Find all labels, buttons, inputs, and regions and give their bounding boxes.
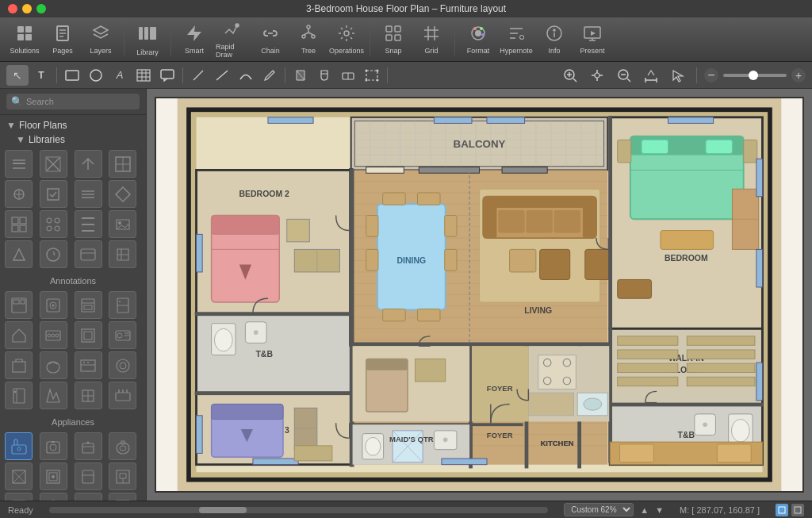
eraser-tool[interactable] [337, 65, 359, 86]
tree-button[interactable]: Tree [290, 21, 327, 58]
lib-item[interactable] [40, 382, 67, 409]
pencil-tool[interactable] [259, 65, 281, 86]
table-tool[interactable] [132, 65, 155, 86]
layers-button[interactable]: Layers [82, 21, 119, 58]
tree-floor-plans[interactable]: ▼ Floor Plans [0, 118, 146, 132]
solutions-button[interactable]: Solutions [6, 21, 43, 58]
smart-button[interactable]: Smart [176, 21, 213, 58]
lib-item[interactable] [75, 210, 102, 238]
lib-item[interactable] [5, 351, 33, 379]
measure-tool[interactable] [640, 65, 662, 86]
text-tool[interactable]: T [30, 65, 52, 86]
lib-item[interactable] [109, 382, 136, 409]
lib-item[interactable] [5, 180, 33, 208]
horizontal-scrollbar[interactable] [49, 507, 549, 513]
lib-item[interactable] [75, 321, 102, 349]
svg-rect-260 [366, 249, 378, 271]
text-format-tool[interactable]: A [109, 65, 131, 86]
lib-item[interactable] [40, 210, 67, 238]
library-button[interactable]: Library [129, 21, 166, 58]
lib-item[interactable] [40, 150, 67, 178]
lib-item[interactable] [75, 493, 102, 501]
svg-rect-289 [618, 140, 631, 163]
lib-item[interactable] [5, 321, 33, 349]
lib-item[interactable] [5, 291, 33, 319]
bucket-tool[interactable] [313, 65, 335, 86]
lib-item[interactable] [75, 240, 102, 268]
operations-button[interactable]: Operations [328, 21, 365, 58]
lib-item[interactable] [5, 240, 33, 268]
lib-item[interactable] [109, 462, 136, 490]
window-controls[interactable] [8, 4, 46, 13]
zoom-slider[interactable] [723, 74, 787, 77]
grid-button[interactable]: Grid [413, 21, 450, 58]
lib-item[interactable] [5, 432, 33, 460]
lib-item[interactable] [109, 493, 136, 501]
lib-item[interactable] [40, 180, 67, 208]
lib-item[interactable] [5, 150, 33, 178]
lib-item[interactable] [109, 150, 136, 178]
arrow-down-icon[interactable]: ▼ [655, 505, 664, 515]
pointer-tool[interactable] [667, 65, 689, 86]
lib-item[interactable] [40, 321, 67, 349]
lib-item[interactable] [5, 382, 33, 409]
lib-item[interactable] [40, 493, 67, 501]
select-tool[interactable]: ↖ [6, 65, 29, 86]
present-button[interactable]: Present [574, 21, 611, 58]
info-button[interactable]: Info [536, 21, 573, 58]
lib-item[interactable] [40, 432, 67, 460]
pan-tool[interactable] [586, 65, 608, 86]
circle-tool[interactable] [85, 65, 107, 86]
page-icon-2[interactable] [791, 504, 804, 516]
comment-tool[interactable] [156, 65, 178, 86]
lib-item[interactable] [109, 291, 136, 319]
lib-item[interactable] [75, 432, 102, 460]
lib-item[interactable] [75, 382, 102, 409]
pages-button[interactable]: Pages [44, 21, 81, 58]
lib-item[interactable] [40, 291, 67, 319]
zoom-selector[interactable]: Custom 62% 25% 50% 75% 100% [564, 503, 634, 516]
arrow-up-icon[interactable]: ▲ [640, 505, 649, 515]
zoom-in-button[interactable] [559, 65, 581, 86]
lib-item[interactable] [109, 180, 136, 208]
lib-item[interactable] [109, 321, 136, 349]
rectangle-tool[interactable] [61, 65, 83, 86]
snap-button[interactable]: Snap [375, 21, 412, 58]
zoom-minus-btn[interactable]: − [704, 68, 718, 82]
lib-item[interactable] [5, 493, 33, 501]
rapid-draw-button[interactable]: Rapid Draw [214, 21, 251, 58]
transform-tool[interactable] [361, 65, 383, 86]
svg-rect-132 [117, 359, 129, 372]
page-icon-1[interactable] [776, 504, 788, 516]
zoom-plus-btn[interactable]: + [791, 68, 806, 82]
lib-item[interactable] [5, 210, 33, 238]
format-button[interactable]: Format [460, 21, 496, 58]
hypernote-button[interactable]: Hypernote [498, 21, 534, 58]
search-wrapper[interactable]: 🔍 [6, 94, 140, 109]
close-button[interactable] [8, 4, 17, 13]
minimize-button[interactable] [22, 4, 32, 13]
lib-item[interactable] [75, 462, 102, 490]
lib-item[interactable] [75, 351, 102, 379]
lib-item[interactable] [109, 210, 136, 238]
pen-tool[interactable] [187, 65, 209, 86]
line-tool[interactable] [211, 65, 233, 86]
fill-tool[interactable] [289, 65, 312, 86]
lib-item[interactable] [5, 462, 33, 490]
search-input[interactable] [26, 97, 135, 106]
lib-item[interactable] [75, 291, 102, 319]
lib-item[interactable] [109, 432, 136, 460]
lib-item[interactable] [75, 150, 102, 178]
chain-button[interactable]: Chain [252, 21, 289, 58]
lib-item[interactable] [40, 462, 67, 490]
maximize-button[interactable] [36, 4, 46, 13]
lib-item[interactable] [109, 351, 136, 379]
zoom-out-button[interactable] [613, 65, 635, 86]
lib-item[interactable] [40, 240, 67, 268]
lib-item[interactable] [40, 351, 67, 379]
lib-item[interactable] [75, 180, 102, 208]
tree-libraries[interactable]: ▼ Libraries [0, 132, 146, 147]
curve-tool[interactable] [235, 65, 257, 86]
lib-item[interactable] [109, 240, 136, 268]
canvas-area[interactable]: BALCONY [147, 89, 812, 501]
